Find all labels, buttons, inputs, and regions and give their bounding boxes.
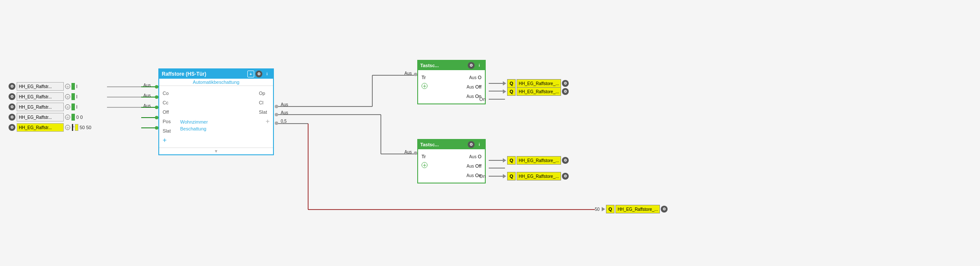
port-co: Co — [163, 89, 173, 97]
port-op-label: Op — [259, 91, 270, 96]
raffstore-plus-btn[interactable]: + — [247, 71, 254, 77]
tast1-plus-port[interactable]: + — [422, 83, 428, 89]
circle-btn-4[interactable]: ○ — [65, 115, 70, 120]
circle-btn-1[interactable]: ○ — [65, 84, 70, 89]
tast2-left-ports: Tr + — [419, 151, 430, 181]
output-node-3[interactable]: Q HH_EG_Raffstore_... ⚙ — [503, 156, 569, 165]
add-port-right-icon[interactable]: + — [266, 118, 270, 125]
input-label-2: HH_EG_Raffstr... — [17, 92, 64, 101]
tast1-title: Tastsc... — [420, 63, 439, 68]
port-off-label: Off — [163, 109, 173, 115]
input-label-5: HH_EG_Raffstr... — [17, 123, 64, 132]
bar-1 — [71, 83, 75, 90]
input-node-2[interactable]: ⚙ HH_EG_Raffstr... ○ I — [9, 92, 77, 101]
circle-btn-2[interactable]: ○ — [65, 94, 70, 99]
q-label-2: Q — [507, 87, 516, 96]
raffstore-middle-labels: Wohnzimmer Beschattung — [180, 118, 252, 131]
tast2-aus3-label: Aus — [466, 173, 474, 178]
expand-icon[interactable]: ▼ — [214, 149, 218, 154]
port-plus-right[interactable]: + — [266, 118, 270, 125]
port-dot-cc — [155, 95, 158, 99]
port-plus-left[interactable]: + — [163, 136, 173, 144]
tast1-in-aus: Aus — [404, 71, 412, 76]
canvas: ⚙ HH_EG_Raffstr... ○ I ⚙ HH_EG_Raffstr..… — [0, 0, 980, 266]
circle-btn-5[interactable]: ○ — [65, 125, 70, 130]
tast-block-1: Tastsc... ⚙ i Tr + Aus O — [417, 60, 486, 104]
port-dot-op-out — [275, 105, 278, 108]
tast1-gear-icon[interactable]: ⚙ — [468, 62, 475, 69]
out1-gear-icon[interactable]: ⚙ — [562, 80, 569, 87]
input-label-3: HH_EG_Raffstr... — [17, 103, 64, 111]
output-node-2[interactable]: Q HH_EG_Raffstore_... ⚙ — [503, 87, 569, 96]
port-pos-label: Pos — [163, 119, 173, 124]
tast2-in-dot — [414, 151, 417, 155]
port-slat-left: Slat — [163, 127, 173, 135]
port-dot-off — [155, 106, 158, 109]
tast1-info-icon[interactable]: i — [476, 62, 483, 69]
value-4b: 0 — [80, 115, 83, 120]
raffstore-gear-icon[interactable]: ⚙ — [255, 71, 262, 77]
beschattung-label: Beschattung — [180, 126, 252, 131]
tast1-aus2-label: Aus — [466, 85, 474, 89]
gear-icon-3[interactable]: ⚙ — [9, 103, 15, 110]
tast2-o-label: O — [478, 154, 481, 159]
input-node-3[interactable]: ⚙ HH_EG_Raffstr... ○ I — [9, 103, 77, 111]
port-dot-slat — [155, 126, 158, 130]
q-name-4: HH_EG_Raffstore_... — [517, 172, 561, 180]
tast1-aus1-label: Aus — [469, 75, 476, 80]
tast2-tr-port: Tr — [422, 153, 428, 160]
q-label-3: Q — [507, 156, 516, 165]
raffstore-header: Raffstore (HS-Tür) + ⚙ i — [159, 69, 273, 79]
tast1-in-dot — [414, 73, 417, 76]
tast1-tr-port: Tr — [422, 74, 428, 81]
tast2-info-icon[interactable]: i — [476, 141, 483, 148]
port-dot-slat-out — [275, 121, 278, 125]
input-node-1[interactable]: ⚙ HH_EG_Raffstr... ○ I — [9, 82, 77, 91]
gear-icon-4[interactable]: ⚙ — [9, 114, 15, 121]
gear-icon-5[interactable]: ⚙ — [9, 124, 15, 131]
tast2-add-port-icon[interactable]: + — [422, 162, 428, 168]
port-co-label: Co — [163, 91, 173, 96]
arrow-right-3 — [503, 158, 506, 163]
tast1-o-label: O — [478, 75, 481, 80]
raffstore-expand[interactable]: ▼ — [159, 148, 273, 154]
bar-5 — [75, 124, 78, 131]
out4-gear-icon[interactable]: ⚙ — [562, 173, 569, 180]
q-name-2: HH_EG_Raffstore_... — [517, 87, 561, 96]
gear-icon-2[interactable]: ⚙ — [9, 93, 15, 100]
circle-btn-3[interactable]: ○ — [65, 104, 70, 109]
input-node-4[interactable]: ⚙ HH_EG_Raffstr... ○ 0 0 — [9, 113, 83, 121]
tast1-add-port-icon[interactable]: + — [422, 83, 428, 89]
value-4: 0 — [76, 115, 79, 120]
tast2-plus-port[interactable]: + — [422, 162, 428, 168]
tast2-aus2-label: Aus — [466, 164, 474, 168]
arrow-right-2 — [503, 89, 506, 94]
raffstore-title: Raffstore (HS-Tür) — [162, 71, 206, 77]
q-label-4: Q — [507, 172, 516, 180]
port-pos: Pos — [163, 118, 173, 125]
add-port-left-icon[interactable]: + — [163, 136, 166, 144]
input-label-4: HH_EG_Raffstr... — [17, 113, 64, 121]
output-node-4[interactable]: Q HH_EG_Raffstore_... ⚙ — [503, 172, 569, 180]
out5-gear-icon[interactable]: ⚙ — [661, 206, 668, 213]
arrow-right-5 — [602, 207, 605, 211]
arrow-right-1 — [503, 81, 506, 86]
bar-3 — [71, 103, 75, 110]
tast2-gear-icon[interactable]: ⚙ — [468, 141, 475, 148]
output-node-1[interactable]: Q HH_EG_Raffstore_... ⚙ — [503, 79, 569, 88]
output-node-5[interactable]: 50 Q HH_EG_Raffstore_... ⚙ — [595, 205, 668, 213]
tast2-off-label: Off — [475, 163, 481, 168]
aus-label-2: Aus — [143, 93, 151, 98]
aus-label-1: Aus — [143, 83, 151, 88]
q-label-5: Q — [606, 205, 615, 213]
tast2-o-port: Aus O — [469, 153, 481, 160]
raffstore-left-ports: Co Cc Off Pos Slat + — [159, 88, 177, 146]
q-name-1: HH_EG_Raffstore_... — [517, 79, 561, 88]
out3-gear-icon[interactable]: ⚙ — [562, 157, 569, 164]
out2-gear-icon[interactable]: ⚙ — [562, 88, 569, 95]
input-node-5[interactable]: ⚙ HH_EG_Raffstr... ○ ··· 50 50 — [9, 123, 92, 132]
tast2-body: Tr + Aus O Aus Off Aus On — [418, 149, 485, 183]
raffstore-info-icon[interactable]: i — [264, 71, 270, 77]
bar-4 — [71, 114, 75, 121]
gear-icon-1[interactable]: ⚙ — [9, 83, 15, 90]
